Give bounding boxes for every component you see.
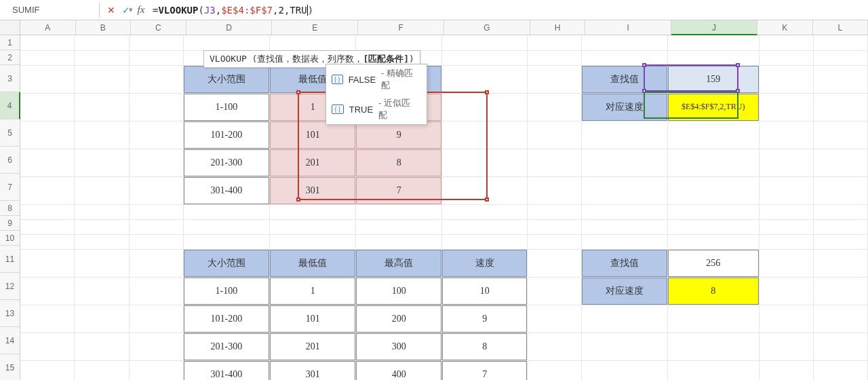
table1-cell[interactable]: 1-100 (184, 94, 270, 121)
insert-function-button[interactable]: fx (134, 4, 149, 16)
column-headers: A B C D E F G H I J K L (20, 20, 868, 35)
table1-cell[interactable]: 9 (356, 121, 441, 149)
value-icon: {·} (332, 104, 344, 114)
table2-header-speed[interactable]: 速度 (442, 250, 527, 277)
row-header-7[interactable]: 7 (0, 174, 20, 201)
autocomplete-item-true[interactable]: {·} TRUE - 近似匹配 (326, 94, 427, 124)
autocomplete-code: TRUE (349, 104, 373, 115)
autocomplete-item-false[interactable]: {·} FALSE - 精确匹配 (326, 64, 427, 94)
autocomplete-code: FALSE (349, 75, 376, 85)
select-all-corner[interactable] (0, 20, 20, 35)
lookup1-key-value[interactable]: 159 (668, 66, 759, 93)
row-headers: 1 2 3 4 5 6 7 8 9 10 11 12 13 14 15 (0, 35, 20, 380)
formula-bar: ▾ ✕ ✓ fx = VLOOKUP ( J3 , $E$4:$F$7 , 2 … (0, 0, 868, 20)
row-header-6[interactable]: 6 (0, 147, 20, 174)
table2-header-max[interactable]: 最高值 (356, 250, 441, 277)
table1-cell[interactable]: 8 (356, 149, 441, 176)
formula-function-name: VLOOKUP (158, 5, 198, 16)
table2-cell[interactable]: 100 (356, 278, 441, 305)
table2-cell[interactable]: 1 (270, 278, 355, 305)
row-header-12[interactable]: 12 (0, 273, 20, 300)
row-header-1[interactable]: 1 (0, 35, 20, 50)
table2-cell[interactable]: 1-100 (184, 278, 270, 305)
hint-fn-name: VLOOKUP (210, 54, 247, 64)
cancel-button[interactable]: ✕ (104, 5, 119, 16)
value-icon: {·} (332, 75, 343, 84)
row-header-3[interactable]: 3 (0, 65, 20, 92)
formula-arg-range-lookup: TRU (290, 5, 307, 16)
formula-arg-table-array: $E$4:$F$7 (221, 5, 273, 16)
table2-cell[interactable]: 200 (356, 305, 441, 332)
col-header-K[interactable]: K (757, 20, 813, 35)
col-header-C[interactable]: C (131, 20, 186, 35)
col-header-F[interactable]: F (358, 20, 444, 35)
row-header-11[interactable]: 11 (0, 246, 20, 273)
formula-arg-lookup-value: J3 (204, 5, 216, 16)
table2-cell[interactable]: 301-400 (184, 361, 270, 381)
col-header-H[interactable]: H (530, 20, 586, 35)
formula-input[interactable]: = VLOOKUP ( J3 , $E$4:$F$7 , 2 , TRU ) (149, 3, 868, 17)
formula-arg-col-index: 2 (278, 5, 283, 16)
row-header-2[interactable]: 2 (0, 50, 20, 65)
table1-cell[interactable]: 301 (270, 177, 355, 204)
autocomplete-desc: - 近似匹配 (378, 97, 418, 121)
name-box-wrap[interactable]: ▾ (0, 3, 95, 16)
row-header-5[interactable]: 5 (0, 119, 20, 147)
row-header-13[interactable]: 13 (0, 300, 20, 327)
formula-comma: , (216, 5, 221, 16)
col-header-G[interactable]: G (444, 20, 530, 35)
lookup1-key-label[interactable]: 查找值 (582, 66, 667, 93)
formula-paren-close: ) (308, 5, 313, 16)
col-header-B[interactable]: B (76, 20, 132, 35)
col-header-D[interactable]: D (186, 20, 273, 35)
formula-paren-open: ( (198, 5, 203, 16)
hint-arg-active: [匹配条件] (363, 54, 409, 64)
table2-cell[interactable]: 7 (442, 361, 527, 381)
hint-args-prefix: 查找值，数据表，列序数， (257, 54, 363, 64)
lookup2-res-label[interactable]: 对应速度 (582, 278, 667, 305)
row-header-4[interactable]: 4 (0, 92, 20, 119)
table1-cell[interactable]: 201 (270, 149, 355, 176)
row-header-9[interactable]: 9 (0, 216, 20, 231)
lookup2-key-label[interactable]: 查找值 (582, 250, 667, 277)
row-header-15[interactable]: 15 (0, 354, 20, 380)
table1-cell[interactable]: 101 (270, 121, 355, 149)
row-header-8[interactable]: 8 (0, 201, 20, 216)
table1-cell[interactable]: 7 (356, 177, 441, 204)
col-header-I[interactable]: I (585, 20, 671, 35)
table2-cell[interactable]: 400 (356, 361, 441, 381)
lookup2-res-value[interactable]: 8 (668, 278, 759, 305)
lookup1-res-value[interactable]: $E$4:$F$7,2,TRU) (668, 94, 759, 121)
table2-cell[interactable]: 201-300 (184, 333, 270, 360)
autocomplete-popup: {·} FALSE - 精确匹配 {·} TRUE - 近似匹配 (326, 64, 427, 125)
table1-cell[interactable]: 301-400 (184, 177, 270, 204)
row-header-10[interactable]: 10 (0, 231, 20, 246)
separator (99, 3, 100, 18)
table1-cell[interactable]: 201-300 (184, 149, 270, 176)
formula-comma: , (273, 5, 278, 16)
table2-header-range[interactable]: 大小范围 (184, 250, 270, 277)
col-header-E[interactable]: E (272, 20, 358, 35)
formula-equals: = (153, 5, 158, 16)
col-header-J[interactable]: J (671, 20, 757, 35)
accept-button[interactable]: ✓ (119, 5, 134, 16)
col-header-L[interactable]: L (813, 20, 868, 35)
col-header-A[interactable]: A (20, 20, 76, 35)
table2-cell[interactable]: 8 (442, 333, 527, 360)
table2-header-min[interactable]: 最低值 (270, 250, 355, 277)
autocomplete-desc: - 精确匹配 (381, 67, 418, 92)
table2-cell[interactable]: 300 (356, 333, 441, 360)
table2-cell[interactable]: 201 (270, 333, 355, 360)
table2-cell[interactable]: 101-200 (184, 305, 270, 332)
cells-area[interactable]: 大小范围 最低值 速度 查找值 159 1-100 1 10 对应速度 $E$ (20, 35, 868, 380)
row-header-14[interactable]: 14 (0, 327, 20, 354)
table1-cell[interactable]: 101-200 (184, 121, 270, 149)
table2-cell[interactable]: 101 (270, 305, 355, 332)
table2-cell[interactable]: 9 (442, 305, 527, 332)
table2-cell[interactable]: 301 (270, 361, 355, 381)
formula-comma: , (284, 5, 290, 16)
lookup2-key-value[interactable]: 256 (668, 250, 759, 277)
table2-cell[interactable]: 10 (442, 278, 527, 305)
lookup1-res-label[interactable]: 对应速度 (582, 94, 667, 121)
table1-header-range[interactable]: 大小范围 (184, 66, 270, 93)
